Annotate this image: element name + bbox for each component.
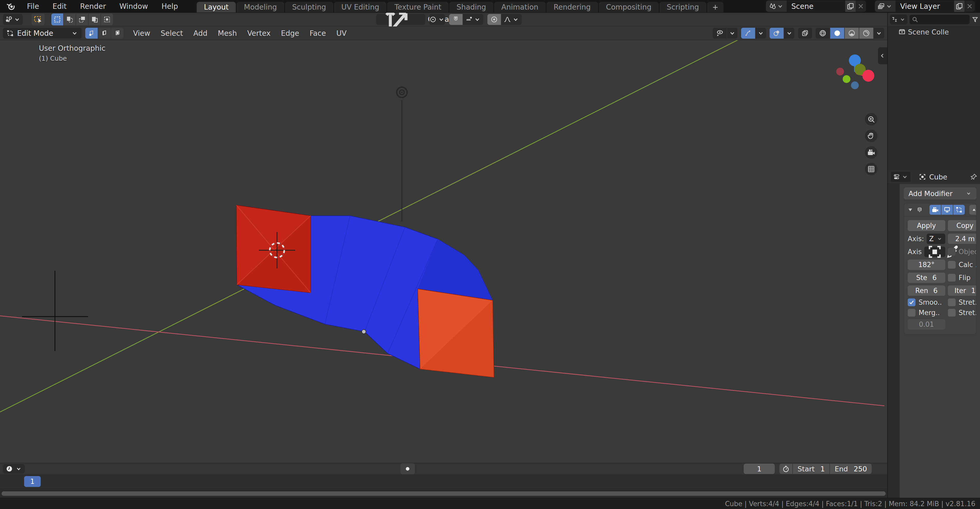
zoom-button[interactable] [865, 113, 877, 126]
active-tool-select-box[interactable] [32, 13, 45, 26]
stretch-v-checkbox[interactable] [948, 309, 956, 317]
smooth-shading-checkbox[interactable] [908, 298, 915, 306]
viewport-menu-mesh[interactable]: Mesh [213, 27, 242, 39]
screw-offset-field[interactable]: 2.4 m [948, 234, 976, 244]
view-layer-name[interactable]: View Layer [896, 0, 954, 12]
navigation-gizmo[interactable] [828, 47, 882, 101]
vertex-select-button[interactable] [85, 28, 98, 38]
stretch-u-checkbox-row[interactable]: Stret.. [948, 298, 976, 306]
scene-new-button[interactable] [845, 0, 856, 12]
viewport-menu-uv[interactable]: UV [331, 27, 352, 39]
select-mode-invert[interactable] [89, 13, 100, 26]
record-button[interactable] [400, 463, 415, 474]
view-layer-remove-button[interactable] [964, 0, 975, 12]
view-layer-new-button[interactable] [954, 0, 964, 12]
copy-button[interactable]: Copy [948, 220, 976, 231]
view-layer-selector[interactable]: View Layer [875, 0, 975, 12]
steps-field[interactable]: Ste6 [908, 273, 945, 283]
shading-wireframe-button[interactable] [816, 28, 830, 38]
object-screw-checkbox[interactable] [948, 248, 956, 256]
add-workspace-button[interactable]: + [707, 2, 724, 13]
current-frame-field[interactable]: 1 [744, 464, 775, 474]
timeline-editor-type-button[interactable] [3, 464, 25, 474]
shading-material-button[interactable] [845, 28, 859, 38]
axis-dropdown[interactable]: Z [927, 234, 945, 244]
scene-unlink-button[interactable] [856, 0, 866, 12]
tab-uv-editing[interactable]: UV Editing [334, 2, 387, 13]
transform-orientation-dropdown[interactable]: Global [376, 14, 425, 25]
tab-rendering[interactable]: Rendering [546, 2, 598, 13]
smooth-shading-checkbox-row[interactable]: Smoo.. [908, 298, 945, 306]
visibility-chevron[interactable] [727, 28, 737, 38]
tab-animation[interactable]: Animation [494, 2, 546, 13]
xray-toggle[interactable] [798, 28, 812, 38]
object-screw-checkbox-row[interactable]: Objec.. [948, 247, 976, 257]
shading-dropdown[interactable] [874, 28, 884, 38]
tab-shading[interactable]: Shading [449, 2, 493, 13]
face-select-button[interactable] [111, 28, 124, 38]
select-mode-intersect[interactable] [101, 13, 113, 26]
display-realtime-toggle[interactable] [942, 205, 953, 215]
pan-button[interactable] [865, 130, 877, 142]
menu-help[interactable]: Help [155, 0, 185, 12]
gizmos-toggle[interactable] [741, 28, 755, 38]
stretch-u-checkbox[interactable] [948, 298, 956, 306]
iterations-field[interactable]: Iter1 [948, 286, 976, 296]
viewport-menu-vertex[interactable]: Vertex [242, 27, 276, 39]
select-mode-new[interactable] [51, 13, 63, 26]
timeline-ruler[interactable]: 1 [0, 475, 887, 488]
tab-sculpting[interactable]: Sculpting [285, 2, 334, 13]
frame-end-field[interactable]: End250 [830, 464, 872, 474]
view-layer-browse-button[interactable] [875, 0, 896, 12]
menu-render[interactable]: Render [73, 0, 113, 12]
edge-select-button[interactable] [98, 28, 111, 38]
overlays-toggle[interactable] [770, 28, 784, 38]
add-modifier-dropdown[interactable]: Add Modifier [904, 187, 976, 199]
snap-toggle[interactable] [449, 14, 463, 25]
stretch-v-checkbox-row[interactable]: Stret.. [948, 309, 976, 317]
render-steps-field[interactable]: Ren6 [908, 286, 945, 296]
tab-layout[interactable]: Layout [197, 2, 236, 13]
axis-object-field[interactable] [924, 247, 945, 257]
shading-rendered-button[interactable] [859, 28, 873, 38]
angle-field[interactable]: 182° [908, 260, 945, 270]
calc-order-checkbox-row[interactable]: Calc .. [948, 260, 976, 270]
scene-browse-button[interactable] [766, 0, 787, 12]
flip-checkbox-row[interactable]: Flip [948, 273, 976, 283]
scene-selector[interactable]: Scene [766, 0, 866, 12]
tab-scripting[interactable]: Scripting [659, 2, 706, 13]
merge-vertices-checkbox[interactable] [908, 309, 915, 317]
properties-editor-type-button[interactable] [891, 172, 910, 182]
viewport-menu-view[interactable]: View [128, 27, 155, 39]
viewport-menu-select[interactable]: Select [156, 27, 188, 39]
timeline-scrollbar[interactable] [0, 488, 887, 498]
outliner-search-input[interactable] [910, 15, 970, 24]
viewport-menu-face[interactable]: Face [304, 27, 331, 39]
playhead[interactable]: 1 [24, 476, 41, 487]
mode-dropdown[interactable]: Edit Mode [3, 28, 82, 38]
sidebar-collapse-button[interactable] [878, 47, 887, 64]
viewport-menu-add[interactable]: Add [188, 27, 213, 39]
frame-start-field[interactable]: Start1 [793, 464, 829, 474]
menu-edit[interactable]: Edit [46, 0, 73, 12]
display-render-toggle[interactable] [929, 205, 941, 215]
flip-checkbox[interactable] [948, 274, 956, 282]
snap-settings-dropdown[interactable] [463, 14, 483, 25]
viewport-3d[interactable]: User Orthographic (1) Cube [0, 40, 887, 463]
merge-threshold-field[interactable]: 0.01 [908, 319, 945, 330]
scrollbar-handle[interactable] [2, 491, 886, 496]
tab-modeling[interactable]: Modeling [237, 2, 284, 13]
menu-window[interactable]: Window [113, 0, 155, 12]
proportional-edit-toggle[interactable] [487, 14, 501, 25]
proportional-falloff-dropdown[interactable] [501, 14, 522, 25]
camera-view-button[interactable] [865, 146, 877, 159]
viewport-menu-edge[interactable]: Edge [276, 27, 304, 39]
select-mode-subtract[interactable] [76, 13, 88, 26]
calc-order-checkbox[interactable] [948, 261, 956, 269]
overlays-dropdown[interactable] [784, 28, 794, 38]
gizmos-dropdown[interactable] [756, 28, 766, 38]
outliner-row-scene-collection[interactable]: Scene Colle [888, 27, 980, 37]
shading-solid-button[interactable] [830, 28, 844, 38]
tab-texture-paint[interactable]: Texture Paint [387, 2, 449, 13]
outliner-editor-type-button[interactable] [890, 14, 907, 24]
